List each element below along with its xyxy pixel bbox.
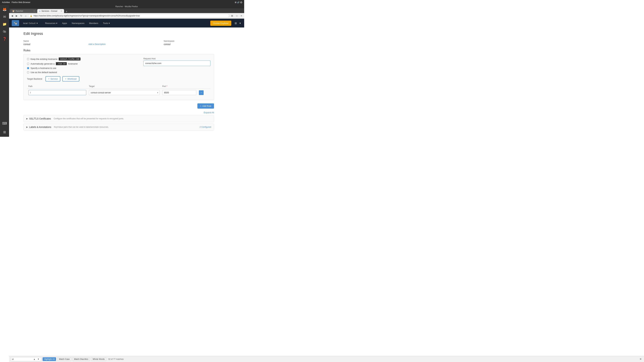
toolbar-right: ⊞ ☆ ≡ — [230, 14, 243, 17]
cluster-default: Default — [29, 22, 36, 24]
radio-specify[interactable]: Specify a hostname to use — [27, 67, 138, 69]
target-backend-row: Target Backend + Service + Workload — [27, 76, 210, 81]
new-tab-button[interactable]: + — [64, 10, 68, 13]
tab-rancher-favicon: 🐮 — [12, 10, 14, 12]
request-host-input[interactable] — [144, 60, 210, 66]
nav-item-resources-label: Resources — [45, 22, 56, 24]
port-input[interactable] — [162, 90, 196, 95]
sidebar-icon-grid[interactable]: ⊞ — [1, 129, 8, 135]
sidebar-icon-terminal[interactable]: ⌨ — [1, 120, 8, 127]
radio-keep-existing[interactable]: Keep the existing hostname consul.lizhe.… — [27, 57, 138, 60]
page-title: Edit Ingress — [24, 31, 214, 36]
sidebar-icon-apps[interactable]: 🛍 — [1, 28, 8, 35]
rules-box: Keep the existing hostname consul.lizhe.… — [24, 54, 214, 100]
address-bar[interactable]: 🔒 https://rancher.lizhe.com/p/local:p-dg… — [28, 14, 229, 17]
add-rule-label: Add Rule — [202, 105, 211, 107]
lock-icon: 🔒 — [30, 15, 32, 17]
add-rule-button[interactable]: + Add Rule — [198, 103, 214, 109]
menu-button[interactable]: ≡ — [240, 14, 243, 17]
ssl-tls-header[interactable]: ▶ SSL/TLS Certificates Configure the cer… — [24, 115, 214, 122]
bookmark-button[interactable]: ☆ — [235, 14, 239, 17]
nav-icon-grid[interactable]: ⊞ — [234, 21, 238, 25]
hostname-radio-group: Keep the existing hostname consul.lizhe.… — [27, 57, 138, 73]
browser-toolbar: ◀ ▶ ↻ ⌂ 🔒 https://rancher.lizhe.com/p/lo… — [9, 13, 244, 18]
radio-default-backend[interactable]: Use as the default backend — [27, 71, 138, 73]
nav-item-members-label: Members — [89, 22, 98, 24]
extensions-button[interactable]: ⊞ — [230, 14, 234, 17]
radio-specify-input[interactable] — [27, 67, 29, 69]
cluster-dropdown-icon: ▾ — [36, 22, 38, 24]
home-button[interactable]: ⌂ — [24, 14, 27, 17]
browser-label[interactable]: Firefox Web Browser — [12, 1, 30, 3]
target-select-wrapper: consul-consul-server ▾ — [89, 90, 160, 95]
radio-default-backend-input[interactable] — [27, 71, 29, 73]
namespace-value: consul — [164, 43, 214, 45]
radio-auto-generate[interactable]: Automatically generate a .xip.io hostnam… — [27, 62, 138, 65]
nav-item-tools[interactable]: Tools ▾ — [101, 21, 112, 26]
nav-item-resources-arrow: ▾ — [56, 22, 57, 24]
minus-icon: − — [200, 91, 202, 94]
main-content: Edit Ingress Name consul Add a Descripti… — [18, 27, 244, 137]
nav-icon-dropdown[interactable]: ▾ — [239, 21, 242, 25]
configured-badge: 2 Configured — [200, 126, 211, 128]
sidebar-icon-mail[interactable]: ✉ — [1, 13, 8, 20]
name-group: Name consul — [24, 40, 30, 45]
expand-all-link[interactable]: Expand All — [204, 111, 214, 114]
nav-item-namespaces[interactable]: Namespaces — [70, 21, 86, 26]
back-button[interactable]: ◀ — [10, 14, 14, 17]
path-input[interactable] — [28, 90, 86, 95]
nav-item-members[interactable]: Members — [87, 21, 100, 26]
sidebar-icon-help[interactable]: ❓ — [1, 35, 8, 42]
table-row: consul-consul-server ▾ − — [27, 89, 210, 97]
tab-rancher-close[interactable]: ✕ — [33, 10, 35, 12]
form-name-row: Name consul Add a Description Namespace … — [24, 40, 214, 45]
nav-right-icons: ⊞ ▾ — [234, 21, 242, 25]
add-rule-row: + Add Rule — [24, 103, 214, 109]
browser-tabs-bar: 🐮 Rancher ✕ ● Services - Consul ✕ + — [9, 8, 244, 13]
nav-item-tools-label: Tools — [103, 22, 108, 24]
target-select[interactable]: consul-consul-server — [89, 90, 156, 95]
add-service-button[interactable]: + Service — [46, 76, 60, 81]
radio-auto-generate-label: Automatically generate a — [30, 62, 54, 65]
rules-section-title: Rules — [24, 49, 214, 52]
forward-button[interactable]: ▶ — [15, 14, 18, 17]
tab-services-consul-close[interactable]: ✕ — [60, 10, 62, 12]
sidebar-icon-firefox[interactable]: 🦊 — [1, 6, 8, 13]
request-host-label: Request Host — [144, 57, 210, 60]
add-description-link[interactable]: Add a Description — [88, 43, 106, 45]
nav-item-apps[interactable]: Apps — [60, 21, 69, 26]
name-value: consul — [24, 43, 30, 45]
expand-all-row: Expand All — [24, 111, 214, 114]
add-service-label: Service — [50, 78, 58, 80]
cluster-name: local — [23, 22, 28, 24]
radio-keep-existing-input[interactable] — [27, 58, 29, 60]
add-workload-button[interactable]: + Workload — [62, 76, 79, 81]
radio-auto-generate-input[interactable] — [27, 63, 29, 65]
tab-rancher[interactable]: 🐮 Rancher ✕ — [10, 9, 37, 13]
add-rule-plus-icon: + — [200, 105, 202, 107]
window-title: Rancher - Mozilla Firefox — [116, 5, 138, 8]
labels-annotations-arrow-icon: ▶ — [26, 126, 28, 128]
os-bar-left: Activities Firefox Web Browser — [2, 1, 30, 3]
cluster-selector[interactable]: local Default ▾ — [22, 21, 39, 25]
remove-row-button[interactable]: − — [199, 90, 204, 95]
select-arrow-icon: ▾ — [156, 91, 160, 94]
sidebar-icon-files[interactable]: 📁 — [1, 21, 8, 27]
cluster-explorer-button[interactable]: Cluster Explorer — [210, 21, 231, 26]
backend-table: Path Target Port * — [27, 84, 210, 96]
reload-button[interactable]: ↻ — [20, 14, 23, 17]
os-bar: Activities Firefox Web Browser Jun 21 21… — [0, 0, 244, 5]
radio-keep-existing-label: Keep the existing hostname — [30, 58, 57, 60]
browser-title-bar: Rancher - Mozilla Firefox — [9, 5, 244, 8]
activities-label[interactable]: Activities — [2, 1, 10, 3]
sys-icons: ⊞ 🔊 ⏻ — [235, 1, 242, 3]
labels-annotations-header[interactable]: ▶ Labels & Annotations Key/Value pairs t… — [24, 124, 214, 130]
nav-item-resources[interactable]: Resources ▾ — [43, 21, 59, 26]
add-workload-label: Workload — [68, 78, 77, 80]
ssl-tls-arrow-icon: ▶ — [26, 117, 28, 120]
sidebar: 🦊 ✉ 📁 🛍 ❓ ⌨ ⊞ — [0, 5, 9, 137]
rancher-logo: 🐄 — [12, 20, 19, 26]
labels-annotations-title: Labels & Annotations — [29, 126, 51, 128]
hostname-existing-badge: consul.lizhe.com — [59, 57, 80, 60]
tab-services-consul[interactable]: ● Services - Consul ✕ — [37, 9, 64, 13]
